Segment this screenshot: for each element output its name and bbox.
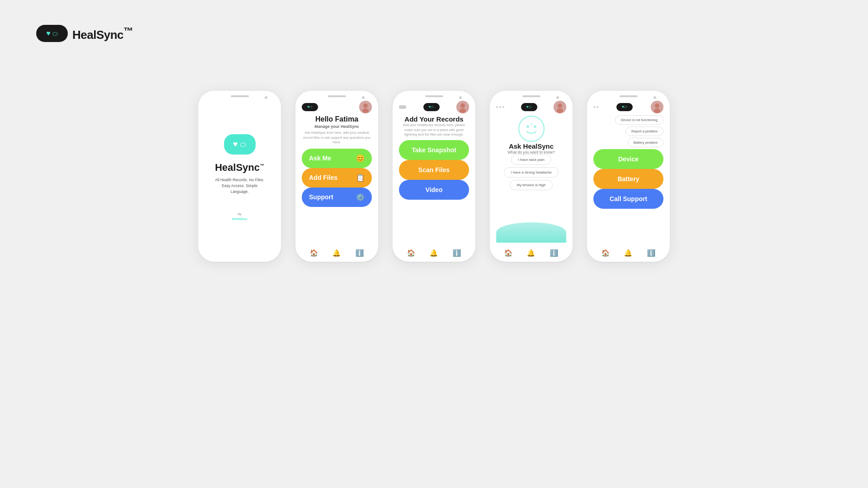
phone5-camera [654, 96, 656, 99]
phone3-home-icon[interactable]: 🏠 [407, 249, 415, 257]
phone4-content: Ask HealSync What do you want to know? I… [490, 115, 573, 246]
home-nav-icon[interactable]: 🏠 [310, 249, 318, 257]
phone5-bell-icon[interactable]: 🔔 [624, 249, 632, 257]
splash-heart-icon: ♥ [233, 140, 238, 149]
phone5-content: Device is not functioning Report a probl… [587, 115, 670, 246]
device-not-functioning-pill[interactable]: Device is not functioning [615, 115, 663, 125]
call-support-label: Call Support [609, 195, 647, 202]
bell-nav-icon[interactable]: 🔔 [332, 249, 341, 257]
svg-point-2 [363, 108, 369, 113]
tension-pill[interactable]: My tension is high [510, 180, 552, 190]
splash-glasses-icon: ⬭ [240, 141, 246, 149]
svg-point-14 [655, 103, 660, 108]
phone3-info-icon[interactable]: ℹ️ [453, 249, 461, 257]
phone5-logo: ♥⬭ [617, 103, 633, 111]
logo-icon: ♥ ⬭ [36, 25, 68, 42]
phone3-title: Add Your Records [405, 115, 463, 123]
phone2-desc: Ask HealSync from here, add your medical… [302, 131, 372, 145]
phone2-camera [362, 96, 365, 99]
ask-subtitle: What do you want to know? [508, 150, 555, 155]
phone-support: ♥⬭ Device is not functioning Report a pr… [587, 90, 670, 262]
video-label: Video [425, 186, 443, 193]
splash-tm: ™ [260, 163, 264, 168]
svg-point-10 [526, 125, 529, 128]
battery-button[interactable]: Battery [594, 169, 664, 189]
logo-glasses-icon: ⬭ [52, 30, 58, 38]
splash-creator: SehaDoc [232, 217, 247, 221]
take-snapshot-label: Take Snapshot [412, 146, 457, 154]
phone3-avatar [457, 101, 469, 113]
battery-label: Battery [618, 175, 639, 183]
phone3-signal [399, 105, 406, 109]
phone-splash: ♥ ⬭ HealSync™ All Health Records. No Fil… [198, 90, 282, 262]
splash-subtitle: All Health Records. No Files. Easy Acces… [212, 177, 267, 194]
phone3-bell-icon[interactable]: 🔔 [429, 249, 438, 257]
phone2-avatar [359, 101, 372, 113]
phone2-bottom-nav: 🏠 🔔 ℹ️ [296, 246, 378, 262]
phone-records: ♥⬭ Add Your Records Add your healthcare … [392, 90, 476, 262]
svg-point-9 [519, 116, 544, 141]
phone2-logo: ♥⬭ [302, 103, 318, 111]
back-pain-pill[interactable]: I have back pain [511, 155, 551, 165]
phone5-home-icon[interactable]: 🏠 [601, 249, 610, 257]
phone2-greeting: Hello Fatima [315, 115, 358, 123]
splash-title: HealSync™ [215, 162, 264, 174]
phone4-camera [557, 96, 559, 99]
svg-point-1 [363, 103, 368, 108]
svg-point-12 [530, 123, 532, 125]
svg-point-15 [654, 108, 660, 113]
support-button[interactable]: Support ⚙️ [302, 188, 372, 207]
svg-point-11 [533, 125, 536, 128]
add-files-label: Add Files [309, 174, 338, 181]
phone4-bottom-nav: 🏠 🔔 ℹ️ [490, 246, 573, 262]
report-problem-pill[interactable]: Report a problem [626, 127, 664, 136]
splash-by: by [238, 212, 241, 216]
phone5-header: ♥⬭ [587, 97, 670, 115]
phone2-header: ♥⬭ [296, 97, 378, 115]
support-label: Support [309, 193, 334, 201]
phone3-bottom-nav: 🏠 🔔 ℹ️ [393, 246, 476, 262]
support-pills: Device is not functioning Report a probl… [594, 115, 664, 147]
call-support-button[interactable]: Call Support [594, 189, 664, 209]
phone4-bell-icon[interactable]: 🔔 [527, 249, 535, 257]
device-label: Device [618, 155, 638, 163]
brand-tm: ™ [123, 25, 133, 37]
phone5-bottom-nav: 🏠 🔔 ℹ️ [587, 246, 670, 262]
phone3-logo: ♥⬭ [423, 103, 439, 111]
phone5-signal [594, 106, 599, 108]
phone2-subtitle: Manage your HealSync [315, 124, 359, 129]
phone2-content: Hello Fatima Manage your HealSync Ask He… [296, 115, 378, 246]
headache-pill[interactable]: I have a strong headache [504, 167, 558, 178]
take-snapshot-button[interactable]: Take Snapshot [399, 140, 469, 160]
battery-problem-pill[interactable]: Battery problem [628, 138, 664, 147]
svg-point-8 [557, 108, 563, 113]
phone4-avatar [554, 101, 566, 113]
wave-decoration [496, 222, 566, 243]
phone3-header: ♥⬭ [393, 97, 476, 115]
phone4-home-icon[interactable]: 🏠 [504, 249, 513, 257]
phone4-info-icon[interactable]: ℹ️ [550, 249, 558, 257]
ask-me-button[interactable]: Ask Me 😊 [302, 149, 372, 168]
phone3-camera [459, 96, 462, 99]
scan-files-button[interactable]: Scan Files [399, 160, 469, 180]
support-icon: ⚙️ [356, 193, 365, 202]
ask-emoji-icon [518, 115, 545, 142]
splash-content: ♥ ⬭ HealSync™ All Health Records. No Fil… [198, 97, 281, 262]
phone5-info-icon[interactable]: ℹ️ [647, 249, 656, 257]
phone3-desc: Add your healthcare records here, please… [399, 123, 469, 137]
add-files-icon: 📋 [356, 174, 365, 182]
info-nav-icon[interactable]: ℹ️ [355, 249, 364, 257]
svg-point-4 [461, 103, 465, 108]
phone-camera [265, 96, 268, 99]
svg-point-7 [558, 103, 562, 108]
scan-files-label: Scan Files [418, 166, 449, 174]
phone-home: ♥⬭ Hello Fatima Manage your HealSync Ask… [295, 90, 379, 262]
phone4-header: ♥⬭ [490, 97, 573, 115]
ask-me-icon: 😊 [356, 154, 365, 163]
ask-pills: I have back pain I have a strong headach… [496, 155, 566, 190]
video-button[interactable]: Video [399, 180, 469, 200]
add-files-button[interactable]: Add Files 📋 [302, 168, 372, 188]
device-button[interactable]: Device [594, 149, 664, 169]
phones-showcase: ♥ ⬭ HealSync™ All Health Records. No Fil… [198, 90, 670, 262]
splash-logo: ♥ ⬭ [224, 134, 255, 155]
